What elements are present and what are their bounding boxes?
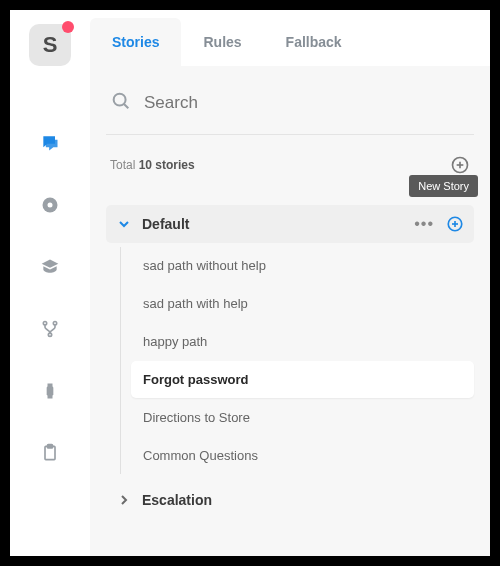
svg-rect-7 bbox=[48, 396, 53, 399]
chevron-down-icon bbox=[116, 216, 132, 232]
add-story-to-group-icon[interactable] bbox=[446, 215, 464, 233]
group-default: Default ••• sad path without help sad pa… bbox=[106, 205, 474, 474]
svg-line-11 bbox=[124, 104, 128, 108]
search-row bbox=[106, 84, 474, 135]
total-count: 10 stories bbox=[139, 158, 195, 172]
story-item[interactable]: happy path bbox=[131, 323, 474, 360]
new-story-tooltip: New Story bbox=[409, 175, 478, 197]
story-item[interactable]: Forgot password bbox=[131, 361, 474, 398]
group-header-escalation[interactable]: Escalation bbox=[106, 482, 474, 518]
main-panel: Stories Rules Fallback Total 10 stories … bbox=[90, 10, 490, 556]
watch-icon[interactable] bbox=[39, 380, 61, 402]
story-item[interactable]: Common Questions bbox=[131, 437, 474, 474]
add-story-icon[interactable] bbox=[450, 155, 470, 175]
more-icon[interactable]: ••• bbox=[414, 215, 434, 233]
chevron-right-icon bbox=[116, 492, 132, 508]
group-header-default[interactable]: Default ••• bbox=[106, 205, 474, 243]
svg-point-4 bbox=[48, 333, 51, 336]
story-item[interactable]: sad path with help bbox=[131, 285, 474, 322]
fork-icon[interactable] bbox=[39, 318, 61, 340]
svg-point-1 bbox=[48, 203, 53, 208]
education-icon[interactable] bbox=[39, 256, 61, 278]
group-escalation: Escalation bbox=[106, 482, 474, 518]
tab-fallback[interactable]: Fallback bbox=[264, 18, 364, 66]
story-list-default: sad path without help sad path with help… bbox=[120, 247, 474, 474]
tab-stories[interactable]: Stories bbox=[90, 18, 181, 66]
content: Total 10 stories New Story Default ••• bbox=[90, 66, 490, 556]
nav-icons bbox=[39, 132, 61, 464]
svg-rect-5 bbox=[47, 386, 54, 396]
logo-letter: S bbox=[43, 32, 58, 58]
app-frame: S Stories Rul bbox=[10, 10, 490, 556]
svg-point-3 bbox=[53, 322, 56, 325]
clipboard-icon[interactable] bbox=[39, 442, 61, 464]
tabs: Stories Rules Fallback bbox=[90, 10, 490, 66]
search-icon bbox=[110, 90, 132, 116]
gear-icon[interactable] bbox=[39, 194, 61, 216]
total-row: Total 10 stories New Story bbox=[106, 155, 474, 175]
story-item[interactable]: sad path without help bbox=[131, 247, 474, 284]
total-prefix: Total bbox=[110, 158, 139, 172]
notification-dot bbox=[62, 21, 74, 33]
app-logo[interactable]: S bbox=[29, 24, 71, 66]
svg-rect-9 bbox=[48, 445, 53, 448]
sidebar: S bbox=[10, 10, 90, 556]
group-title: Escalation bbox=[142, 492, 464, 508]
svg-point-2 bbox=[43, 322, 46, 325]
story-item[interactable]: Directions to Store bbox=[131, 399, 474, 436]
svg-point-10 bbox=[114, 94, 126, 106]
search-input[interactable] bbox=[144, 93, 470, 113]
chat-icon[interactable] bbox=[39, 132, 61, 154]
total-text: Total 10 stories bbox=[110, 158, 195, 172]
group-title: Default bbox=[142, 216, 414, 232]
svg-rect-6 bbox=[48, 384, 53, 387]
tab-rules[interactable]: Rules bbox=[181, 18, 263, 66]
